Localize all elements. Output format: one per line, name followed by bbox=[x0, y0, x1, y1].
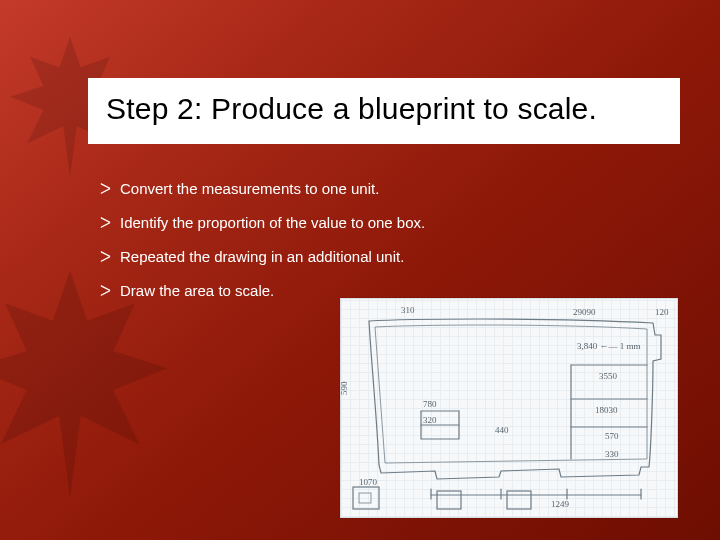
slide-title: Step 2: Produce a blueprint to scale. bbox=[106, 92, 662, 126]
sketch-label: 590 bbox=[341, 381, 349, 395]
sketch-label: 570 bbox=[605, 431, 619, 441]
list-item: ᐳ Repeated the drawing in an additional … bbox=[100, 248, 680, 266]
sketch-label: 330 bbox=[605, 449, 619, 459]
sketch-label: 440 bbox=[495, 425, 509, 435]
sketch-label: 320 bbox=[423, 415, 437, 425]
bullet-text: Repeated the drawing in an additional un… bbox=[120, 248, 404, 266]
sketch-label: 29090 bbox=[573, 307, 596, 317]
sketch-label: 3,840 ←— 1 mm bbox=[577, 341, 641, 351]
bullet-icon: ᐳ bbox=[100, 248, 120, 266]
svg-rect-0 bbox=[353, 487, 379, 509]
title-block: Step 2: Produce a blueprint to scale. bbox=[88, 78, 680, 144]
blueprint-sketch: 310 29090 120 590 3,840 ←— 1 mm 3550 180… bbox=[340, 298, 678, 518]
sketch-label: 1070 bbox=[359, 477, 378, 487]
list-item: ᐳ Identify the proportion of the value t… bbox=[100, 214, 680, 232]
sketch-label: 310 bbox=[401, 305, 415, 315]
sketch-label: 18030 bbox=[595, 405, 618, 415]
svg-rect-3 bbox=[507, 491, 531, 509]
bullet-text: Draw the area to scale. bbox=[120, 282, 274, 300]
bullet-list: ᐳ Convert the measurements to one unit. … bbox=[100, 180, 680, 316]
bullet-text: Convert the measurements to one unit. bbox=[120, 180, 379, 198]
bullet-icon: ᐳ bbox=[100, 214, 120, 232]
sketch-label: 1249 bbox=[551, 499, 570, 509]
sketch-label: 780 bbox=[423, 399, 437, 409]
slide: Step 2: Produce a blueprint to scale. ᐳ … bbox=[0, 0, 720, 540]
sketch-label: 120 bbox=[655, 307, 669, 317]
list-item: ᐳ Convert the measurements to one unit. bbox=[100, 180, 680, 198]
sketch-svg: 310 29090 120 590 3,840 ←— 1 mm 3550 180… bbox=[341, 299, 677, 517]
svg-rect-2 bbox=[437, 491, 461, 509]
bullet-text: Identify the proportion of the value to … bbox=[120, 214, 425, 232]
bullet-icon: ᐳ bbox=[100, 282, 120, 300]
svg-rect-1 bbox=[359, 493, 371, 503]
sketch-label: 3550 bbox=[599, 371, 618, 381]
bullet-icon: ᐳ bbox=[100, 180, 120, 198]
